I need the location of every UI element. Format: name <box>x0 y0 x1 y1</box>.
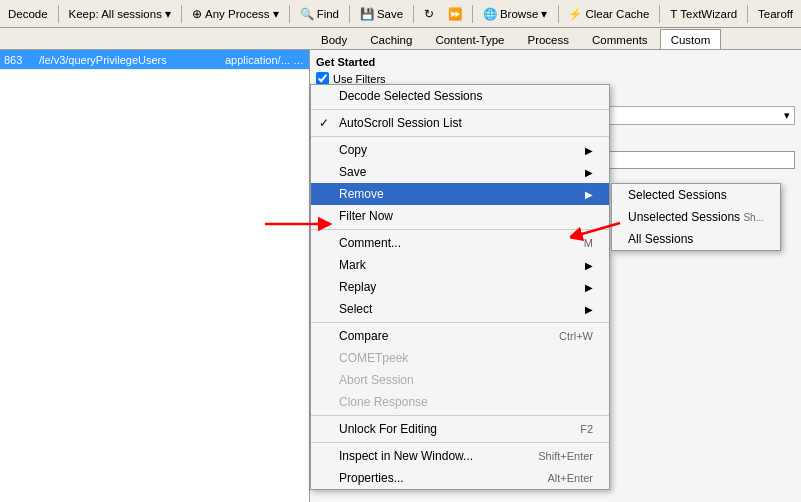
find-label: Find <box>317 8 339 20</box>
get-started-title: Get Started <box>316 56 795 68</box>
sep7 <box>558 5 559 23</box>
select-arrow-icon: ▶ <box>585 304 593 315</box>
copy-arrow-icon: ▶ <box>585 145 593 156</box>
clear-cache-button[interactable]: ⚡ Clear Cache <box>564 5 653 23</box>
tab-custom[interactable]: Custom <box>660 29 722 49</box>
save-arrow-icon: ▶ <box>585 167 593 178</box>
sep4 <box>349 5 350 23</box>
context-menu: Decode Selected Sessions ✓ AutoScroll Se… <box>310 84 610 490</box>
session-list: 863 /le/v3/queryPrivilegeUsers applicati… <box>0 50 310 502</box>
decode-label: Decode <box>8 8 48 20</box>
menu-sep-3 <box>311 229 609 230</box>
submenu-unselected-label: Unselected Sessions <box>628 210 740 224</box>
menu-clone-response: Clone Response <box>311 391 609 413</box>
menu-replay-label: Replay <box>339 280 376 294</box>
menu-autoscroll[interactable]: ✓ AutoScroll Session List <box>311 112 609 134</box>
unlock-shortcut: F2 <box>580 423 593 435</box>
menu-copy[interactable]: Copy ▶ <box>311 139 609 161</box>
menu-autoscroll-label: AutoScroll Session List <box>339 116 462 130</box>
clear-cache-icon: ⚡ <box>568 7 582 21</box>
menu-sep-2 <box>311 136 609 137</box>
remove-arrow-icon: ▶ <box>585 189 593 200</box>
compare-shortcut: Ctrl+W <box>559 330 593 342</box>
tab-bar: Body Caching Content-Type Process Commen… <box>0 28 801 50</box>
menu-mark-label: Mark <box>339 258 366 272</box>
submenu-selected-sessions[interactable]: Selected Sessions <box>612 184 780 206</box>
submenu-all-sessions[interactable]: All Sessions <box>612 228 780 250</box>
decode-button[interactable]: Decode <box>4 6 52 22</box>
menu-decode-label: Decode Selected Sessions <box>339 89 482 103</box>
arrow-svg <box>265 212 335 236</box>
check-icon: ✓ <box>319 116 329 130</box>
properties-shortcut: Alt+Enter <box>547 472 593 484</box>
inspect-shortcut: Shift+Enter <box>538 450 593 462</box>
sep6 <box>472 5 473 23</box>
sep3 <box>289 5 290 23</box>
menu-filter-now[interactable]: Filter Now <box>311 205 609 227</box>
textwizard-icon: T <box>670 8 677 20</box>
refresh-icon: ↻ <box>424 7 434 21</box>
submenu-unselected-sessions[interactable]: Unselected Sessions Sh... <box>612 206 780 228</box>
tab-comments[interactable]: Comments <box>581 29 659 49</box>
unselected-shortcut: Sh... <box>743 212 764 223</box>
red-arrow-1 <box>265 212 335 239</box>
submenu-selected-label: Selected Sessions <box>628 188 727 202</box>
sep8 <box>659 5 660 23</box>
submenu-all-label: All Sessions <box>628 232 693 246</box>
menu-copy-label: Copy <box>339 143 367 157</box>
mark-arrow-icon: ▶ <box>585 260 593 271</box>
menu-compare-label: Compare <box>339 329 388 343</box>
menu-properties-label: Properties... <box>339 471 404 485</box>
menu-sep-1 <box>311 109 609 110</box>
menu-select[interactable]: Select ▶ <box>311 298 609 320</box>
replay-arrow-icon: ▶ <box>585 282 593 293</box>
menu-cometpeek: COMETpeek <box>311 347 609 369</box>
stream-button[interactable]: ⏩ <box>444 5 466 23</box>
menu-sep-5 <box>311 415 609 416</box>
menu-unlock-label: Unlock For Editing <box>339 422 437 436</box>
menu-remove[interactable]: Remove ▶ Selected Sessions Unselected Se… <box>311 183 609 205</box>
menu-save-label: Save <box>339 165 366 179</box>
tab-process[interactable]: Process <box>516 29 580 49</box>
menu-compare[interactable]: Compare Ctrl+W <box>311 325 609 347</box>
browse-label: Browse ▾ <box>500 7 548 21</box>
menu-remove-label: Remove <box>339 187 384 201</box>
menu-cometpeek-label: COMETpeek <box>339 351 408 365</box>
menu-unlock-editing[interactable]: Unlock For Editing F2 <box>311 418 609 440</box>
sep2 <box>181 5 182 23</box>
save-button[interactable]: 💾 Save <box>356 5 407 23</box>
menu-replay[interactable]: Replay ▶ <box>311 276 609 298</box>
save-label: Save <box>377 8 403 20</box>
clear-cache-label: Clear Cache <box>585 8 649 20</box>
find-icon: 🔍 <box>300 7 314 21</box>
find-button[interactable]: 🔍 Find <box>296 5 343 23</box>
use-filters-label: Use Filters <box>333 73 386 85</box>
menu-inspect-label: Inspect in New Window... <box>339 449 473 463</box>
tearoff-button[interactable]: Tearoff <box>754 6 797 22</box>
menu-properties[interactable]: Properties... Alt+Enter <box>311 467 609 489</box>
textwizard-button[interactable]: T TextWizard <box>666 6 741 22</box>
menu-comment[interactable]: Comment... M <box>311 232 609 254</box>
browse-icon: 🌐 <box>483 7 497 21</box>
menu-comment-label: Comment... <box>339 236 401 250</box>
refresh-button[interactable]: ↻ <box>420 5 438 23</box>
session-row[interactable]: 863 /le/v3/queryPrivilegeUsers applicati… <box>0 50 309 70</box>
tab-body[interactable]: Body <box>310 29 358 49</box>
menu-sep-6 <box>311 442 609 443</box>
menu-mark[interactable]: Mark ▶ <box>311 254 609 276</box>
browse-button[interactable]: 🌐 Browse ▾ <box>479 5 552 23</box>
tab-content-type[interactable]: Content-Type <box>424 29 515 49</box>
textwizard-label: TextWizard <box>680 8 737 20</box>
keep-sessions-label: Keep: All sessions ▾ <box>69 7 172 21</box>
menu-inspect-window[interactable]: Inspect in New Window... Shift+Enter <box>311 445 609 467</box>
menu-abort-session: Abort Session <box>311 369 609 391</box>
session-host: /le/v3/queryPrivilegeUsers <box>39 54 225 66</box>
menu-decode-sessions[interactable]: Decode Selected Sessions <box>311 85 609 107</box>
tab-caching[interactable]: Caching <box>359 29 423 49</box>
svg-line-1 <box>575 223 620 236</box>
stream-icon: ⏩ <box>448 7 462 21</box>
any-process-button[interactable]: ⊕ Any Process ▾ <box>188 5 283 23</box>
session-num: 863 <box>4 54 39 66</box>
keep-sessions-button[interactable]: Keep: All sessions ▾ <box>65 5 176 23</box>
menu-save[interactable]: Save ▶ <box>311 161 609 183</box>
